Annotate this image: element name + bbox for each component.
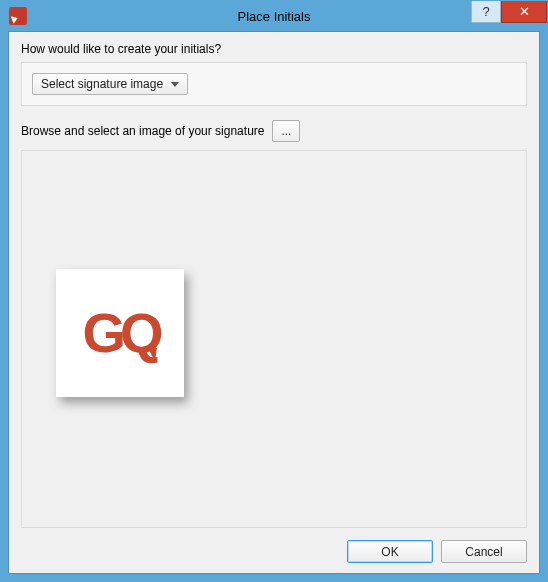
browse-button-label: ... bbox=[281, 124, 291, 138]
titlebar-buttons: ? ✕ bbox=[471, 1, 547, 23]
q-tail-icon bbox=[145, 346, 157, 361]
cancel-button[interactable]: Cancel bbox=[441, 540, 527, 563]
question-label: How would like to create your initials? bbox=[21, 42, 527, 56]
dialog-window: Place Initials ? ✕ How would like to cre… bbox=[0, 0, 548, 582]
app-icon bbox=[9, 7, 27, 25]
dialog-footer: OK Cancel bbox=[21, 538, 527, 563]
cancel-button-label: Cancel bbox=[465, 545, 502, 559]
dropdown-selected-label: Select signature image bbox=[41, 77, 163, 91]
method-group: Select signature image bbox=[21, 62, 527, 106]
titlebar[interactable]: Place Initials ? ✕ bbox=[1, 1, 547, 31]
logo-text: GQ bbox=[82, 305, 157, 361]
ok-button-label: OK bbox=[381, 545, 398, 559]
close-icon: ✕ bbox=[519, 4, 530, 19]
close-button[interactable]: ✕ bbox=[501, 1, 547, 23]
signature-method-dropdown[interactable]: Select signature image bbox=[32, 73, 188, 95]
browse-button[interactable]: ... bbox=[272, 120, 300, 142]
browse-label: Browse and select an image of your signa… bbox=[21, 124, 264, 138]
client-area: How would like to create your initials? … bbox=[8, 31, 540, 574]
browse-row: Browse and select an image of your signa… bbox=[21, 120, 527, 142]
help-button[interactable]: ? bbox=[471, 1, 501, 23]
window-title: Place Initials bbox=[1, 9, 547, 24]
signature-preview-area: GQ bbox=[21, 150, 527, 528]
ok-button[interactable]: OK bbox=[347, 540, 433, 563]
chevron-down-icon bbox=[171, 77, 179, 91]
signature-image[interactable]: GQ bbox=[56, 269, 184, 397]
help-icon: ? bbox=[482, 4, 489, 19]
